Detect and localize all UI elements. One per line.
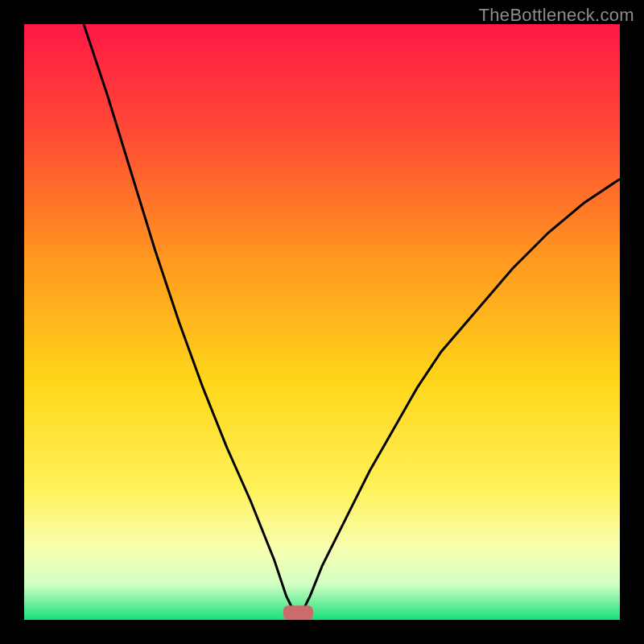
optimum-marker xyxy=(283,605,313,620)
attribution-label: TheBottleneck.com xyxy=(479,5,634,26)
bottleneck-chart xyxy=(24,24,620,620)
chart-frame: TheBottleneck.com xyxy=(0,0,644,644)
